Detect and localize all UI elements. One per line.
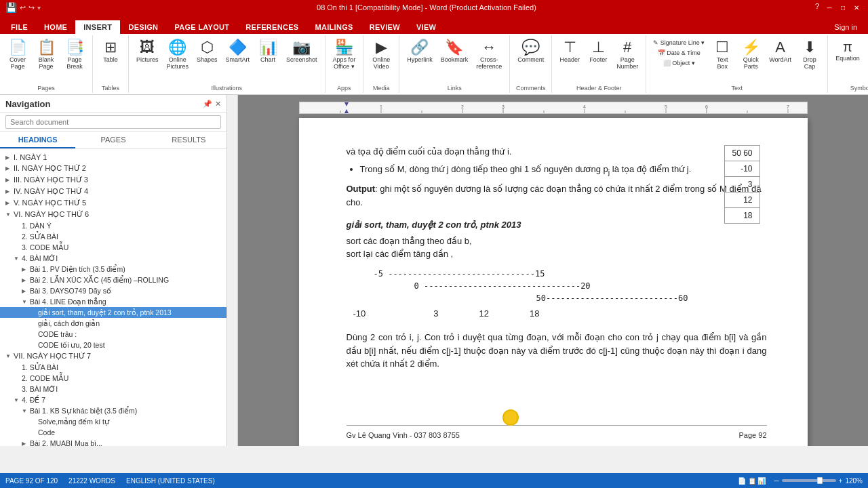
window-controls[interactable]: ? ─ □ ✕ (812, 2, 863, 13)
shapes-button[interactable]: ⬡ Shapes (193, 38, 221, 65)
tab-view[interactable]: VIEW (408, 20, 444, 34)
tree-item[interactable]: ▶V. NGÀY HỌC THỨ 5 (0, 197, 226, 209)
tree-item[interactable]: ▶II. NGÀY HỌC THỨ 2 (0, 163, 226, 174)
dash-line-1: -5 ------------------------------15 (374, 268, 767, 280)
page-break-button[interactable]: 📑 PageBreak (61, 38, 88, 72)
tree-item[interactable]: 1. SỬA BÀI (0, 362, 226, 373)
comment-button[interactable]: 💬 Comment (514, 38, 547, 65)
tree-item[interactable]: CODE trâu : (0, 329, 226, 340)
media-group-label: Media (373, 83, 390, 93)
document-page[interactable]: 50 60 -10 3 12 18 và tọa độ điểm cuối củ… (299, 118, 808, 446)
screenshot-button[interactable]: 📷 Screenshot (283, 38, 321, 65)
ruler: 1 2 3 4 5 6 7 (299, 102, 808, 114)
minimize-button[interactable]: ─ (823, 2, 835, 13)
tab-design[interactable]: DESIGN (120, 20, 166, 34)
zoom-slider[interactable] (782, 479, 836, 482)
tree-item[interactable]: ▶Bài 1. PV Diện tích (3.5 điểm) (0, 264, 226, 274)
bookmark-icon: 🔖 (445, 40, 463, 55)
apps-for-office-button[interactable]: 🏪 Apps forOffice ▾ (330, 38, 359, 72)
zoom-thumb[interactable] (817, 477, 823, 484)
output-text: : ghi một số nguyên dương là số lượng cá… (347, 184, 762, 207)
signature-line-button[interactable]: ✎ Signature Line ▾ (650, 38, 707, 47)
tab-headings[interactable]: HEADINGS (0, 132, 75, 148)
tree-item[interactable]: CODE tối ưu, 20 test (0, 340, 226, 350)
quick-parts-icon: ⚡ (742, 40, 760, 55)
text-box-button[interactable]: ☐ TextBox (709, 38, 736, 72)
tab-file[interactable]: FILE (3, 20, 36, 34)
tab-mailings[interactable]: MAILINGS (307, 20, 361, 34)
header-button[interactable]: ⊤ Header (556, 38, 583, 65)
window-title: 08 On thi 1 [Compatibility Mode] - Word … (41, 3, 812, 12)
tab-insert[interactable]: INSERT (75, 20, 120, 34)
tree-item[interactable]: 3. CODE MẪU (0, 242, 226, 253)
tree-item[interactable]: Solve,mảng đếm kí tự (0, 416, 226, 427)
num-neg10: -10 (353, 307, 366, 321)
tree-item[interactable]: ▶Bài 2. LẮN XÚC XẮC (45 điểm) –ROLLING (0, 274, 226, 285)
navigation-pin-button[interactable]: 📌 (203, 100, 212, 108)
sign-in-button[interactable]: Sign in (826, 20, 865, 34)
tree-item[interactable]: ▼Bài 1. KB Sự khác biệt (3.5 điểm) (0, 405, 226, 416)
footer-button[interactable]: ⊥ Footer (585, 38, 612, 65)
pictures-button[interactable]: 🖼 Pictures (133, 38, 162, 65)
tab-review[interactable]: REVIEW (361, 20, 408, 34)
cover-page-button[interactable]: 📄 CoverPage (4, 38, 31, 72)
table-button[interactable]: ⊞ Table (97, 38, 124, 65)
help-icon[interactable]: ? (812, 2, 822, 13)
tree-item[interactable]: ▼Bài 4. LINE Đoạn thẳng (0, 296, 226, 307)
tree-item[interactable]: ▶III. NGÀY HỌC THỨ 3 (0, 174, 226, 186)
svg-text:6: 6 (705, 104, 708, 109)
wordart-button[interactable]: A WordArt (766, 38, 795, 65)
data-table: 50 60 -10 3 12 18 (724, 145, 760, 224)
equation-button[interactable]: π Equation (832, 38, 863, 64)
cross-reference-icon: ↔ (481, 40, 496, 55)
tree-item[interactable]: ▼VII. NGÀY HỌC THỨ 7 (0, 350, 226, 362)
object-button[interactable]: ⬜ Object ▾ (650, 58, 707, 68)
tree-item-label: IV. NGÀY HỌC THỨ 4 (14, 187, 88, 196)
status-bar: PAGE 92 OF 120 21222 WORDS ENGLISH (UNIT… (0, 473, 868, 488)
status-bar-right: 📄 📋 📊 ─ + 120% (738, 477, 863, 485)
tab-page-layout[interactable]: PAGE LAYOUT (166, 20, 237, 34)
tab-references[interactable]: REFERENCES (237, 20, 307, 34)
page-number-button[interactable]: # PageNumber (613, 38, 642, 72)
tab-pages[interactable]: PAGES (75, 132, 151, 148)
online-video-button[interactable]: ▶ OnlineVideo (368, 38, 395, 72)
smartart-button[interactable]: 🔷 SmartArt (222, 38, 254, 65)
tab-home[interactable]: HOME (36, 20, 75, 34)
comments-group-label: Comments (516, 83, 546, 93)
tree-item[interactable]: ▶Bài 3. DAYSO749 Dãy số (0, 285, 226, 296)
tree-item[interactable]: 3. BÀI MỚI (0, 384, 226, 394)
tab-results[interactable]: RESULTS (151, 132, 226, 148)
search-input[interactable] (5, 115, 221, 129)
drop-cap-button[interactable]: ⬇ DropCap (796, 38, 823, 72)
blank-page-button[interactable]: 📋 BlankPage (33, 38, 60, 72)
tree-item-label: Bài 1. PV Diện tích (3.5 điểm) (30, 265, 125, 273)
zoom-control[interactable]: ─ + 120% (774, 477, 863, 485)
tree-item[interactable]: 1. DÀN Ý (0, 220, 226, 231)
tree-arrow-icon: ▼ (5, 211, 12, 218)
tree-item[interactable]: ▶Bài 2. MUABI Mua bì... (0, 438, 226, 446)
quick-parts-button[interactable]: ⚡ QuickParts (737, 38, 764, 72)
maximize-button[interactable]: □ (837, 2, 849, 13)
zoom-in-button[interactable]: + (839, 477, 843, 485)
document-area[interactable]: 1 2 3 4 5 6 7 50 60 (238, 95, 868, 446)
chart-button[interactable]: 📊 Chart (254, 38, 281, 65)
hyperlink-button[interactable]: 🔗 Hyperlink (403, 38, 436, 65)
tree-item[interactable]: giải sort, tham, duyệt 2 con trỏ, ptnk 2… (0, 307, 226, 318)
tree-item[interactable]: 2. SỬA BÀI (0, 231, 226, 242)
online-pictures-button[interactable]: 🌐 OnlinePictures (163, 38, 193, 72)
close-button[interactable]: ✕ (850, 2, 863, 13)
tree-item[interactable]: ▶IV. NGÀY HỌC THỨ 4 (0, 186, 226, 197)
tree-item[interactable]: ▼VI. NGÀY HỌC THỨ 6 (0, 209, 226, 220)
zoom-out-button[interactable]: ─ (774, 477, 778, 485)
tree-item[interactable]: ▶I. NGÀY 1 (0, 152, 226, 163)
tree-item[interactable]: ▼4. BÀI MỚI (0, 253, 226, 264)
tree-item[interactable]: Code (0, 427, 226, 438)
navigation-close-button[interactable]: ✕ (215, 100, 221, 108)
tree-item[interactable]: giải, cách đơn giản (0, 318, 226, 329)
tree-item[interactable]: ▼4. ĐỀ 7 (0, 394, 226, 405)
cross-reference-button[interactable]: ↔ Cross-reference (473, 38, 505, 72)
bookmark-button[interactable]: 🔖 Bookmark (437, 38, 472, 65)
date-time-button[interactable]: 📅 Date & Time (650, 48, 707, 58)
symbol-button[interactable]: Ω Symbol (865, 38, 868, 64)
tree-item[interactable]: 2. CODE MẪU (0, 373, 226, 384)
